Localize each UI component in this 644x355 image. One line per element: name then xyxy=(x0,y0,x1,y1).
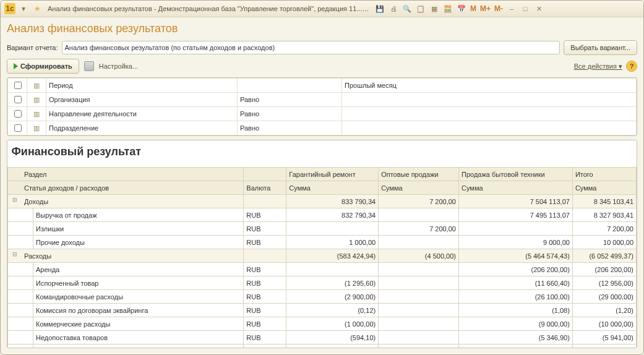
settings-icon[interactable] xyxy=(84,61,94,71)
settings-link[interactable]: Настройка... xyxy=(99,62,138,70)
app-menu-icon[interactable]: 1c xyxy=(4,3,15,14)
preview-icon[interactable]: 🔍 xyxy=(401,3,413,14)
data-row: Коммерческие расходыRUB(1 000,00)(9 000,… xyxy=(8,317,637,331)
data-row: Недопоставка товаровRUB(594,10)(5 346,90… xyxy=(8,331,637,344)
col-header: Итого xyxy=(572,168,636,181)
filter-condition[interactable]: Равно xyxy=(238,121,342,135)
col-section: Раздел xyxy=(22,168,244,181)
data-row: Представительские расходыRUB(7 200,00)(6… xyxy=(8,344,637,349)
row-value: 7 200,00 xyxy=(572,222,636,236)
tree-toggle[interactable]: ⊟ xyxy=(8,195,22,208)
row-value xyxy=(379,208,459,222)
dropdown-icon[interactable]: ▾ xyxy=(18,3,29,14)
row-currency xyxy=(244,249,286,263)
filter-name[interactable]: Направление деятельности xyxy=(46,107,238,121)
all-actions-label: Все действия xyxy=(574,62,617,70)
row-value: (594,10) xyxy=(286,331,379,344)
star-icon[interactable]: ★ xyxy=(32,3,43,14)
row-currency: RUB xyxy=(244,276,286,290)
close-icon[interactable]: ✕ xyxy=(533,3,544,14)
row-currency: RUB xyxy=(244,304,286,317)
row-value: (206 200,00) xyxy=(572,263,636,276)
row-value: 832 790,34 xyxy=(286,208,379,222)
filter-condition[interactable] xyxy=(238,79,342,93)
row-value: (1,08) xyxy=(459,304,573,317)
choose-variant-button[interactable]: Выбрать вариант... xyxy=(564,40,637,55)
data-row: АрендаRUB(206 200,00)(206 200,00) xyxy=(8,263,637,276)
content-area: Анализ финансовых результатов Вариант от… xyxy=(1,17,643,354)
filter-value[interactable] xyxy=(342,107,637,121)
header-row-1: РазделГарантийный ремонтОптовые продажиП… xyxy=(8,168,637,181)
filter-value[interactable] xyxy=(342,121,637,135)
filter-row: ▥Направление деятельностиРавно xyxy=(8,107,637,121)
form-report-button[interactable]: Сформировать xyxy=(7,59,79,74)
col-sum: Сумма xyxy=(572,181,636,195)
row-value xyxy=(286,222,379,236)
row-label: Представительские расходы xyxy=(33,344,244,349)
row-label: Комиссия по договорам эквайринга xyxy=(33,304,244,317)
m-button[interactable]: M xyxy=(470,4,476,13)
filter-checkbox[interactable] xyxy=(14,96,22,103)
row-currency: RUB xyxy=(244,344,286,349)
filter-checkbox[interactable] xyxy=(14,82,22,89)
row-label: Командировочные расходы xyxy=(33,290,244,304)
row-label: Коммерческие расходы xyxy=(33,317,244,331)
filters-panel: ▥ПериодПрошлый месяц▥ОрганизацияРавно▥На… xyxy=(7,77,637,136)
row-currency: RUB xyxy=(244,236,286,249)
filter-checkbox[interactable] xyxy=(14,110,22,118)
calendar-icon[interactable]: 📅 xyxy=(456,3,467,14)
row-value: (6 052 499,37) xyxy=(572,249,636,263)
col-article: Статья доходов / расходов xyxy=(22,181,244,195)
filter-name[interactable]: Период xyxy=(46,79,238,93)
row-value: (4 500,00) xyxy=(379,249,459,263)
maximize-icon[interactable]: □ xyxy=(520,3,531,14)
minimize-icon[interactable]: – xyxy=(506,3,517,14)
row-value: (206 200,00) xyxy=(459,263,573,276)
variant-label: Вариант отчета: xyxy=(7,44,58,51)
report-title-row: Финансовый результат xyxy=(8,140,637,161)
all-actions-link[interactable]: Все действия ▾ xyxy=(574,62,622,71)
clipboard-icon[interactable]: 📋 xyxy=(415,3,426,14)
row-label: Доходы xyxy=(22,195,244,208)
col-header: Оптовые продажи xyxy=(379,168,459,181)
report-area[interactable]: Финансовый результатРазделГарантийный ре… xyxy=(7,140,637,348)
row-value: 8 345 103,41 xyxy=(572,195,636,208)
row-value xyxy=(379,236,459,249)
data-row: Командировочные расходыRUB(2 900,00)(26 … xyxy=(8,290,637,304)
variant-input[interactable]: Анализ финансовых результатов (по статья… xyxy=(62,41,560,54)
m-plus-button[interactable]: M+ xyxy=(480,4,491,13)
header-row-2: Статья доходов / расходовВалютаСуммаСумм… xyxy=(8,181,637,195)
grid-icon[interactable]: ▦ xyxy=(429,3,440,14)
filter-condition[interactable]: Равно xyxy=(238,107,342,121)
row-currency: RUB xyxy=(244,263,286,276)
filter-name[interactable]: Организация xyxy=(46,93,238,107)
print-icon[interactable]: 🖨 xyxy=(388,3,399,14)
filter-condition[interactable]: Равно xyxy=(238,93,342,107)
data-row: Прочие доходыRUB1 000,009 000,0010 000,0… xyxy=(8,236,637,249)
row-currency xyxy=(244,195,286,208)
row-label: Испорченный товар xyxy=(33,276,244,290)
filter-value[interactable]: Прошлый месяц xyxy=(342,79,637,93)
filter-value[interactable] xyxy=(342,93,637,107)
filter-icon: ▥ xyxy=(27,121,46,135)
row-value: (26 100,00) xyxy=(459,290,573,304)
data-row: ИзлишкиRUB7 200,007 200,00 xyxy=(8,222,637,236)
m-minus-button[interactable]: M- xyxy=(494,4,503,13)
col-header: Продажа бытовой техники xyxy=(459,168,573,181)
data-row: Комиссия по договорам эквайрингаRUB(0,12… xyxy=(8,304,637,317)
filter-name[interactable]: Подразделение xyxy=(46,121,238,135)
calc-icon[interactable]: 🧮 xyxy=(442,3,453,14)
row-label: Аренда xyxy=(33,263,244,276)
row-value: (1 000,00) xyxy=(286,317,379,331)
row-value: (583 424,94) xyxy=(286,249,379,263)
row-value xyxy=(459,222,573,236)
tree-toggle[interactable]: ⊟ xyxy=(8,249,22,263)
report-table: Финансовый результатРазделГарантийный ре… xyxy=(7,140,637,348)
row-label: Прочие доходы xyxy=(33,236,244,249)
filter-checkbox[interactable] xyxy=(14,124,22,132)
row-label: Выручка от продаж xyxy=(33,208,244,222)
filter-row: ▥ПодразделениеРавно xyxy=(8,121,637,135)
save-icon[interactable]: 💾 xyxy=(374,3,385,14)
row-value xyxy=(379,331,459,344)
help-icon[interactable]: ? xyxy=(626,61,637,72)
